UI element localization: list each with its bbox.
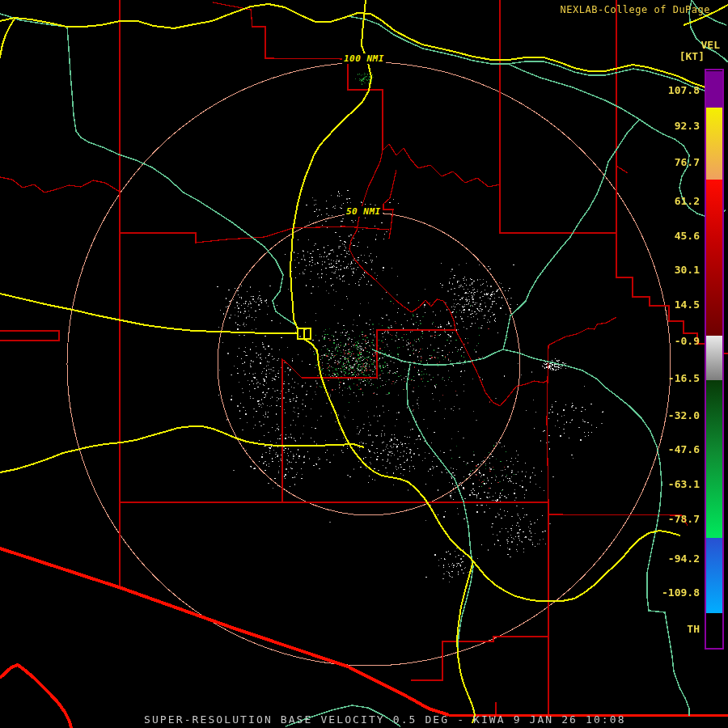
county-boundaries-line: [0, 331, 59, 341]
international-border-line: [0, 548, 449, 715]
colorbar-segment: [706, 243, 722, 336]
highways-line: [0, 19, 15, 58]
colorbar-tick-label: 92.3: [635, 120, 700, 132]
colorbar-tick-label: 76.7: [635, 156, 700, 168]
colorbar-units: [KT]: [679, 50, 705, 62]
range-ring-label-100nmi: 100 NMI: [342, 53, 386, 64]
county-boundaries-line: [547, 317, 616, 715]
colorbar-tick-label: -47.6: [635, 443, 700, 455]
county-boundaries-line: [500, 0, 616, 233]
rivers-line: [372, 349, 689, 716]
range-ring-label-50nmi: 50 NMI: [345, 206, 383, 217]
colorbar-tick-label: 45.6: [635, 230, 700, 242]
colorbar-segment: [706, 108, 722, 180]
colorbar-segment: [706, 453, 722, 538]
highways-line: [0, 4, 720, 89]
county-boundaries-line: [282, 330, 455, 502]
colorbar-tick-label: -16.5: [635, 372, 700, 384]
colorbar-segment: [706, 71, 722, 108]
colorbar-segment: [706, 538, 722, 613]
branding-title: NEXLAB-College of DuPage: [561, 4, 710, 15]
county-boundaries-line: [383, 170, 396, 239]
colorbar-th-label: TH: [635, 623, 700, 635]
colorbar-tick-label: 14.5: [635, 298, 700, 311]
rivers-line: [407, 364, 475, 722]
colorbar-tick-label: -109.8: [635, 586, 700, 599]
highways-line: [290, 0, 371, 328]
highways-line: [457, 561, 475, 723]
colorbar-tick-label: -94.2: [635, 552, 700, 565]
county-boundaries-line: [616, 166, 628, 173]
county-boundaries-line: [0, 177, 120, 193]
international-border-line: [0, 665, 71, 728]
colorbar-tick-label: 30.1: [635, 264, 700, 276]
range-ring: [218, 213, 520, 515]
map-overlay: [0, 0, 728, 728]
radar-display: 100 NMI 50 NMI NEXLAB-College of DuPage …: [0, 0, 728, 728]
rivers-line: [67, 27, 299, 328]
county-boundaries-line: [349, 150, 548, 406]
colorbar-segment: [706, 380, 722, 453]
colorbar-tick-label: 107.8: [635, 84, 700, 96]
international-border: [0, 548, 449, 728]
range-ring: [67, 62, 671, 666]
range-rings: [67, 62, 671, 666]
highways: [0, 0, 728, 723]
county-boundaries-line: [383, 144, 500, 187]
colorbar-tick-label: -32.0: [635, 409, 700, 421]
colorbar-tick-label: -0.9: [635, 335, 700, 347]
colorbar-tick-label: -63.1: [635, 478, 700, 490]
velocity-colorbar: [705, 69, 724, 650]
highways-line: [0, 294, 298, 333]
rivers-line: [503, 120, 639, 349]
highways-line: [304, 339, 473, 561]
product-caption: SUPER-RESOLUTION BASE VELOCITY 0.5 DEG -…: [144, 713, 626, 726]
county-boundaries-line: [213, 2, 383, 150]
colorbar-tick-label: -78.7: [635, 513, 700, 525]
highways-line: [0, 426, 364, 472]
colorbar-segment: [706, 613, 722, 648]
county-boundaries-line: [411, 637, 548, 680]
rivers: [0, 0, 728, 726]
colorbar-tick-label: 61.2: [635, 195, 700, 207]
colorbar-segment: [706, 180, 722, 243]
rivers-line: [348, 16, 720, 91]
colorbar-title: VEL: [701, 39, 720, 51]
colorbar-segment: [706, 336, 722, 380]
county-boundaries-line: [120, 226, 389, 243]
